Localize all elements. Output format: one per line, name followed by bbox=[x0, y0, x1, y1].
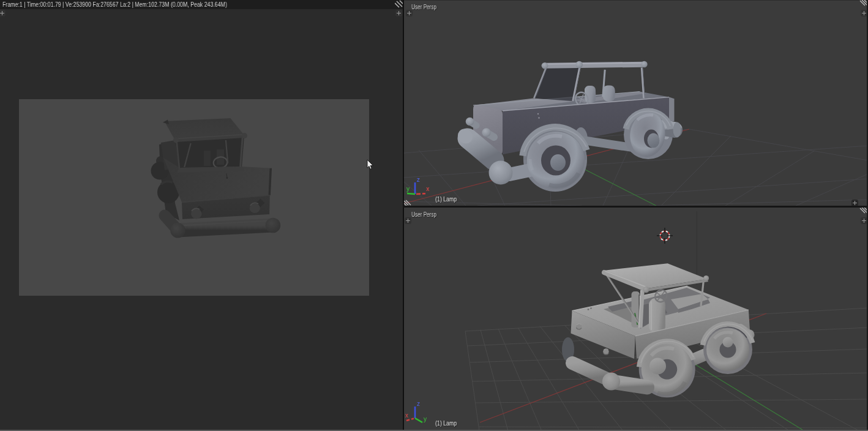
svg-text:x: x bbox=[426, 186, 429, 192]
svg-text:y: y bbox=[406, 186, 410, 192]
svg-text:z: z bbox=[417, 400, 420, 407]
svg-text:x: x bbox=[405, 412, 408, 419]
svg-text:y: y bbox=[424, 416, 427, 422]
svg-text:z: z bbox=[417, 176, 420, 183]
